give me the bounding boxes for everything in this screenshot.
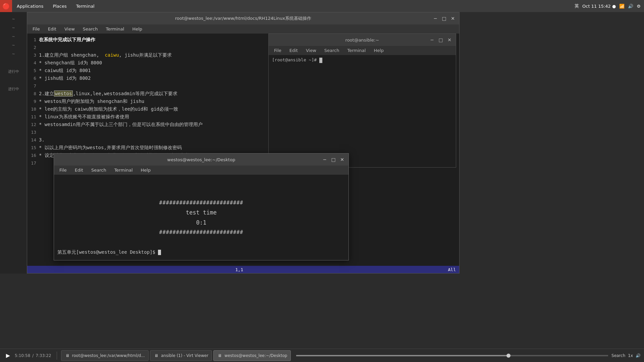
- titlebar-controls: ─ □ ✕: [432, 15, 457, 22]
- hash-line-top: #########################: [159, 200, 244, 206]
- float-terminal-window: westos@westos_lee:~/Desktop ─ □ ✕ File E…: [54, 153, 349, 260]
- close-button[interactable]: ✕: [449, 15, 457, 22]
- float-menu-terminal[interactable]: Terminal: [111, 167, 136, 173]
- float-cursor: [158, 250, 161, 255]
- progress-fill: [296, 355, 508, 356]
- menu-applications[interactable]: Applications: [12, 0, 48, 12]
- speed-indicator: 1x: [628, 353, 633, 358]
- sidebar-item-2: ~: [2, 24, 25, 32]
- input-method-indicator: 英: [575, 3, 579, 9]
- taskbar-window-westos[interactable]: 🖥 westos@westos_lee:~/Desktop: [213, 350, 291, 361]
- sidebar-item-4: ~: [2, 42, 25, 49]
- ansible-terminal-window: root@ansible:~ ─ □ ✕ File Edit View Sear…: [268, 34, 456, 168]
- ansible-menu-terminal[interactable]: Terminal: [344, 47, 369, 54]
- float-menu-help[interactable]: Help: [138, 167, 154, 173]
- sidebar-item-3: ~: [2, 33, 25, 40]
- sidebar-item-6: [2, 59, 25, 66]
- float-maximize-btn[interactable]: □: [330, 156, 337, 163]
- float-prompt-text: 第五单元[westos@westos_lee Desktop]$: [57, 249, 158, 255]
- sidebar-item-1: ~: [2, 15, 25, 23]
- system-bar: 🔴 Applications Places Terminal 英 Oct 11 …: [0, 0, 644, 12]
- ansible-close-btn[interactable]: ✕: [446, 36, 453, 44]
- sidebar-item-5: ~: [2, 50, 25, 58]
- float-terminal-titlebar: westos@westos_lee:~/Desktop ─ □ ✕: [54, 154, 348, 166]
- terminal-icon-2: 🖥: [154, 353, 159, 358]
- time-separator: /: [32, 353, 34, 358]
- counter-display: 0:1: [196, 219, 207, 226]
- volume-control[interactable]: 🔊: [636, 353, 641, 358]
- ansible-maximize-btn[interactable]: □: [437, 36, 444, 44]
- sidebar-item-7: 进行中: [2, 68, 25, 75]
- ansible-terminal-content: [root@ansible ~]#: [269, 55, 456, 65]
- float-menu-file[interactable]: File: [56, 167, 70, 173]
- taskbar: ▶ 5:10:58 / 7:33:22 🖥 root@westos_lee:/v…: [0, 349, 644, 362]
- float-menu-edit[interactable]: Edit: [71, 167, 87, 173]
- hash-line-bottom: #########################: [159, 229, 244, 235]
- menu-edit[interactable]: Edit: [45, 26, 60, 32]
- maximize-button[interactable]: □: [440, 15, 448, 22]
- taskbar-right: Search 1x 🔊: [611, 353, 644, 358]
- left-sidebar: ~ ~ ~ ~ ~ 进行中 进行中: [0, 12, 27, 274]
- cursor: [319, 58, 322, 63]
- float-terminal-title: westos@westos_lee:~/Desktop: [167, 157, 235, 162]
- menu-help[interactable]: Help: [129, 26, 146, 32]
- float-terminal-menubar: File Edit Search Terminal Help: [54, 166, 348, 175]
- menu-places[interactable]: Places: [48, 0, 71, 12]
- float-prompt-area: 第五单元[westos@westos_lee Desktop]$: [57, 249, 161, 255]
- ansible-terminal-titlebar: root@ansible:~ ─ □ ✕: [269, 34, 456, 46]
- taskbar-window-main[interactable]: 🖥 root@westos_lee:/var/www/html/d...: [61, 350, 149, 361]
- menu-terminal[interactable]: Terminal: [102, 26, 127, 32]
- ansible-terminal-title: root@ansible:~: [345, 38, 379, 43]
- search-label[interactable]: Search: [611, 353, 625, 358]
- status-pos: 1,1: [235, 267, 243, 272]
- taskbar-progress-bar[interactable]: [296, 355, 608, 356]
- taskbar-playback: ▶ 5:10:58 / 7:33:22: [0, 351, 55, 360]
- menu-view[interactable]: View: [61, 26, 78, 32]
- menu-file[interactable]: File: [29, 26, 43, 32]
- play-button[interactable]: ▶: [3, 351, 13, 360]
- ansible-prompt: [root@ansible ~]#: [272, 57, 319, 62]
- main-terminal-titlebar: root@westos_lee:/var/www/html/docs/RH124…: [27, 12, 459, 24]
- progress-thumb[interactable]: [506, 354, 511, 358]
- main-terminal-menubar: File Edit View Search Terminal Help: [27, 24, 459, 34]
- float-minimize-btn[interactable]: ─: [321, 156, 328, 163]
- ansible-menu-edit[interactable]: Edit: [286, 47, 301, 54]
- current-time: 5:10:58: [15, 353, 30, 358]
- datetime: Oct 11 15:42 ●: [582, 4, 616, 9]
- sidebar-item-9: 进行中: [2, 85, 25, 93]
- ansible-menu-file[interactable]: File: [271, 47, 285, 54]
- total-time: 7:33:22: [36, 353, 51, 358]
- vim-statusbar: 1,1 All: [27, 266, 459, 273]
- sidebar-item-8: [2, 76, 25, 84]
- taskbar-window-westos-label: westos@westos_lee:~/Desktop: [224, 353, 287, 358]
- float-terminal-content: ######################### test time 0:1 …: [54, 175, 348, 260]
- menu-terminal[interactable]: Terminal: [71, 0, 99, 12]
- menu-search[interactable]: Search: [79, 26, 101, 32]
- ansible-menu-search[interactable]: Search: [321, 47, 343, 54]
- network-icon: 📶: [619, 4, 625, 9]
- float-close-btn[interactable]: ✕: [338, 156, 346, 163]
- float-titlebar-controls: ─ □ ✕: [321, 156, 346, 163]
- terminal-icon-3: 🖥: [217, 353, 222, 358]
- settings-icon: ⚙: [637, 4, 641, 9]
- ansible-menu-view[interactable]: View: [303, 47, 320, 54]
- logo-icon: 🔴: [0, 0, 12, 12]
- ansible-menubar: File Edit View Search Terminal Help: [269, 46, 456, 55]
- minimize-button[interactable]: ─: [432, 15, 439, 22]
- float-menu-search[interactable]: Search: [88, 167, 110, 173]
- taskbar-window-ansible[interactable]: 🖥 ansible (1) - Virt Viewer: [150, 350, 212, 361]
- ansible-titlebar-controls: ─ □ ✕: [428, 36, 453, 44]
- system-bar-right: 英 Oct 11 15:42 ● 📶 🔊 ⚙: [575, 3, 644, 9]
- taskbar-window-main-label: root@westos_lee:/var/www/html/d...: [72, 353, 145, 358]
- main-terminal-title: root@westos_lee:/var/www/html/docs/RH124…: [175, 15, 311, 21]
- volume-icon: 🔊: [628, 4, 633, 9]
- terminal-icon-1: 🖥: [65, 353, 70, 358]
- taskbar-windows: 🖥 root@westos_lee:/var/www/html/d... 🖥 a…: [59, 350, 293, 361]
- ansible-minimize-btn[interactable]: ─: [428, 36, 436, 44]
- test-time-label: test time: [186, 209, 217, 216]
- ansible-menu-help[interactable]: Help: [370, 47, 387, 54]
- system-bar-left: 🔴 Applications Places Terminal: [0, 0, 99, 12]
- taskbar-divider-1: [57, 352, 57, 360]
- status-right: All: [448, 267, 456, 272]
- taskbar-window-ansible-label: ansible (1) - Virt Viewer: [161, 353, 208, 358]
